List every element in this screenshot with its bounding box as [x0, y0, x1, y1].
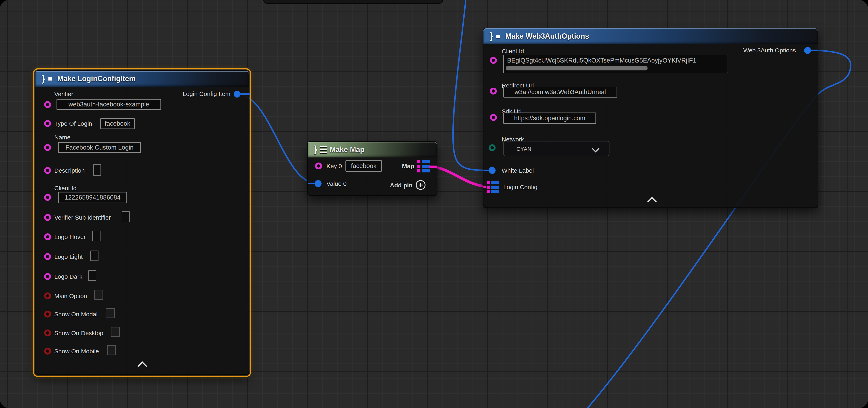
node-make-map[interactable]: } Make Map Key 0 facebook Map Value 0 Ad… [307, 141, 437, 196]
description-input[interactable] [93, 164, 101, 176]
output-pin-map[interactable] [417, 160, 430, 172]
input-pin-key0[interactable] [315, 163, 322, 169]
input-pin-show-on-modal[interactable] [44, 311, 51, 317]
verifier-sub-identifier-input[interactable] [122, 211, 130, 222]
logo-dark-input[interactable] [88, 270, 96, 281]
pin-label-description: Description [54, 167, 85, 174]
chevron-down-icon [592, 145, 599, 152]
pin-label-key0: Key 0 [327, 163, 342, 170]
node-title: Make Map [330, 145, 365, 154]
node-title: Make LoginConfigItem [57, 74, 135, 83]
output-pin-web3auth-options[interactable] [804, 47, 811, 54]
node-title: Make Web3AuthOptions [505, 32, 589, 40]
make-map-icon: } [314, 144, 328, 155]
wire-stub [484, 186, 486, 188]
input-pin-login-config[interactable] [487, 181, 500, 193]
input-pin-white-label[interactable] [489, 167, 496, 174]
pin-label-verifier: Verifier [54, 91, 73, 98]
input-pin-sdk-url[interactable] [490, 114, 497, 121]
input-pin-logo-light[interactable] [44, 253, 51, 260]
pin-label-main-option: Main Option [54, 293, 87, 300]
node-header[interactable]: } Make LoginConfigItem [35, 71, 249, 87]
sdk-url-input[interactable]: https://sdk.openlogin.com [503, 112, 596, 124]
pin-label-logo-hover: Logo Hover [54, 234, 86, 240]
input-pin-description[interactable] [44, 167, 51, 174]
node-header[interactable]: } Make Web3AuthOptions [484, 28, 818, 44]
verifier-input[interactable]: web3auth-facebook-example [57, 99, 161, 110]
pin-label-value0: Value 0 [327, 180, 347, 187]
input-pin-verifier[interactable] [44, 101, 51, 108]
pin-label-client-id: Client Id [502, 48, 524, 55]
input-pin-client-id[interactable] [490, 57, 497, 64]
pin-label-verifier-sub-identifier: Verifier Sub Identifier [54, 214, 111, 221]
blueprint-graph-canvas[interactable]: } Make LoginConfigItem Login Config Item… [0, 0, 868, 408]
node-header[interactable]: } Make Map [308, 142, 437, 158]
network-dropdown-value: CYAN [517, 146, 531, 152]
offscreen-node-top[interactable] [264, 0, 443, 4]
input-pin-name[interactable] [44, 144, 51, 151]
type-of-login-input[interactable]: facebook [100, 118, 135, 129]
show-on-modal-checkbox[interactable] [106, 308, 115, 318]
add-pin-button[interactable]: + [416, 180, 426, 190]
input-pin-show-on-desktop[interactable] [44, 330, 51, 336]
make-struct-icon: } [490, 31, 504, 41]
client-id-input[interactable]: BEglQSgt4cUWcj6SKRdu5QkOXTsePmMcusG5EAoy… [503, 55, 728, 73]
pin-label-name: Name [54, 134, 70, 141]
pin-label-show-on-modal: Show On Modal [54, 311, 97, 318]
client-id-text: BEglQSgt4cUWcj6SKRdu5QkOXTsePmMcusG5EAoy… [507, 57, 698, 64]
input-pin-logo-hover[interactable] [44, 233, 51, 240]
logo-light-input[interactable] [90, 250, 98, 261]
collapse-node-chevron-icon[interactable] [647, 197, 657, 207]
wire-stub [484, 170, 489, 171]
name-input[interactable]: Facebook Custom Login [58, 142, 141, 153]
input-pin-redirect-url[interactable] [490, 88, 497, 95]
node-make-web3authoptions[interactable]: } Make Web3AuthOptions Web 3Auth Options… [483, 28, 818, 208]
collapse-node-chevron-icon[interactable] [137, 361, 147, 371]
input-pin-type-of-login[interactable] [44, 120, 51, 127]
pin-label-logo-dark: Logo Dark [54, 273, 82, 280]
add-pin-label: Add pin [390, 182, 412, 189]
redirect-url-input[interactable]: w3a://com.w3a.Web3AuthUnreal [503, 87, 617, 98]
input-pin-show-on-mobile[interactable] [44, 348, 51, 354]
input-pin-verifier-sub-identifier[interactable] [44, 214, 51, 221]
wire-stub [308, 183, 315, 184]
output-pin-label: Web 3Auth Options [743, 47, 796, 54]
show-on-desktop-checkbox[interactable] [111, 327, 120, 337]
input-pin-main-option[interactable] [44, 293, 51, 299]
make-struct-icon: } [41, 74, 56, 84]
node-make-loginconfigitem[interactable]: } Make LoginConfigItem Login Config Item… [35, 70, 249, 375]
key0-input[interactable]: facebook [345, 160, 382, 172]
pin-label-client-id: Client Id [54, 185, 76, 192]
client-id-scrollbar[interactable] [506, 66, 648, 70]
main-option-checkbox[interactable] [94, 290, 103, 300]
client-id-input[interactable]: 1222658941886084 [58, 192, 127, 203]
pin-label-type-of-login: Type Of Login [54, 120, 92, 127]
input-pin-network[interactable] [489, 144, 496, 151]
input-pin-client-id[interactable] [44, 194, 51, 201]
pin-label-login-config: Login Config [503, 184, 537, 191]
pin-label-show-on-mobile: Show On Mobile [54, 348, 99, 355]
network-dropdown[interactable]: CYAN [503, 141, 610, 156]
logo-hover-input[interactable] [92, 231, 100, 241]
blueprint-editor-screen: } Make LoginConfigItem Login Config Item… [0, 0, 868, 408]
output-pin-label: Login Config Item [183, 91, 230, 97]
pin-label-show-on-desktop: Show On Desktop [54, 330, 103, 337]
pin-label-logo-light: Logo Light [54, 253, 83, 260]
wire-stub [429, 166, 437, 168]
input-pin-logo-dark[interactable] [44, 273, 51, 280]
output-pin-label-map: Map [402, 163, 414, 170]
wire-stub [239, 93, 250, 95]
wire-stub [810, 49, 818, 51]
pin-label-white-label: White Label [502, 167, 534, 174]
input-pin-value0[interactable] [315, 180, 321, 187]
show-on-mobile-checkbox[interactable] [107, 345, 116, 355]
